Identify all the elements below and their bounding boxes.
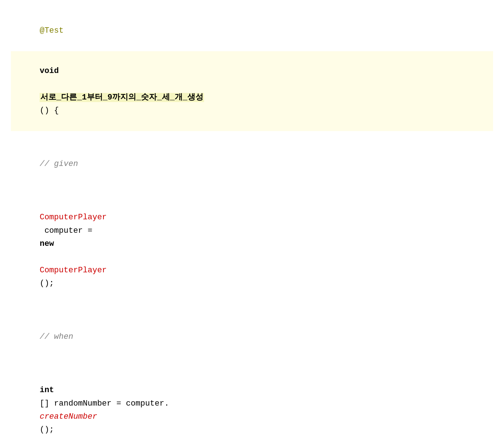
int-arr-keyword: int bbox=[40, 386, 54, 395]
new-keyword: new bbox=[40, 239, 54, 248]
arr-bracket: [] randomNumber = computer. bbox=[40, 399, 169, 408]
code-editor: @Test void 서로_다른_1부터_9까지의_숫자_세_개_생성 () {… bbox=[0, 0, 504, 435]
space bbox=[40, 80, 44, 89]
method-signature-line: void 서로_다른_1부터_9까지의_숫자_세_개_생성 () { bbox=[11, 51, 493, 131]
create-number-method: createNumber bbox=[40, 412, 97, 421]
constructor-parens: (); bbox=[40, 279, 54, 288]
comment-when: // when bbox=[40, 332, 73, 341]
comment-when-line: // when bbox=[11, 304, 493, 357]
computer-player-constructor: ComputerPlayer bbox=[40, 266, 107, 275]
comment-given-line: // given bbox=[11, 131, 493, 184]
method-parens: () { bbox=[40, 106, 59, 115]
void-keyword: void bbox=[40, 66, 59, 76]
space2 bbox=[40, 252, 44, 261]
comment-given: // given bbox=[40, 159, 78, 168]
computer-var: computer = bbox=[40, 226, 97, 235]
computer-player-type: ComputerPlayer bbox=[40, 213, 107, 222]
annotation-line: @Test bbox=[11, 11, 493, 51]
method-name-korean: 서로_다른_1부터_9까지의_숫자_세_개_생성 bbox=[40, 93, 204, 102]
create-number-parens: (); bbox=[40, 425, 54, 434]
test-annotation: @Test bbox=[40, 26, 64, 35]
test-method-section: @Test void 서로_다른_1부터_9까지의_숫자_세_개_생성 () {… bbox=[0, 7, 504, 435]
random-number-line: int [] randomNumber = computer. createNu… bbox=[11, 357, 493, 435]
computer-player-line: ComputerPlayer computer = new ComputerPl… bbox=[11, 184, 493, 304]
